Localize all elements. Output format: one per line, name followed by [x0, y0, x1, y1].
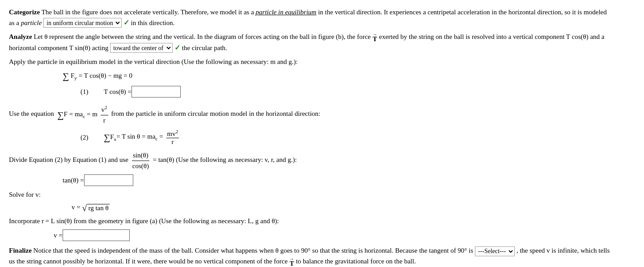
eq1-line: (1) T cos(θ) = [80, 86, 635, 97]
sigma-fx: ∑ [104, 132, 110, 143]
categorize-label: Categorize [9, 8, 40, 16]
finalize-text4: to balance the gravitational force on th… [296, 258, 416, 265]
eq2-rhs: = T sin θ = mac = mv2 r [116, 129, 180, 146]
categorize-text3: as a [9, 19, 19, 26]
fraction-mv2r: mv2 r [166, 129, 179, 146]
eq2-line: (2) ∑ Fx = T sin θ = mac = mv2 r [80, 129, 635, 146]
apply-text: Apply the particle in equilibrium model … [9, 57, 635, 67]
analyze-checkmark: ✓ [174, 44, 180, 51]
tan-input-box[interactable] [84, 174, 133, 186]
categorize-text4: in this direction. [131, 19, 175, 26]
v-final-line: v = [54, 229, 635, 241]
solve-text: Solve for v: [9, 191, 41, 198]
tan-line: tan(θ) = [63, 174, 635, 186]
categorize-italic2: particle [21, 19, 42, 26]
categorize-dropdown-wrapper: in uniform circular motion at rest in fr… [43, 18, 122, 28]
sin-num: sin(θ) [132, 150, 149, 161]
r-den: r [170, 138, 174, 146]
sqrt-symbol: √ [82, 203, 87, 212]
finalize-section: Finalize Notice that the speed is indepe… [9, 246, 635, 267]
mv2-num: mv2 [166, 129, 179, 138]
fy-equation-block: ∑ Fy = T cos(θ) − mg = 0 [63, 71, 635, 81]
divide-rhs: = tan(θ) (Use the following as necessary… [153, 157, 297, 164]
analyze-text1: Let θ represent the angle between the st… [34, 33, 371, 40]
use-equation-paragraph: Use the equation ∑F = mac = m v2 r from … [9, 104, 635, 125]
fraction-v2r: v2 r [101, 104, 108, 125]
use-equation-text1: Use the equation [9, 110, 54, 118]
categorize-italic1: particle in equilibrium [256, 8, 317, 16]
sqrt-content: rg tan θ [87, 204, 109, 212]
sub-c1: c [83, 114, 85, 119]
sqrt-wrapper: √ rg tan θ [82, 203, 109, 212]
v-eq-label: v = [72, 203, 82, 211]
eq1-input-box[interactable] [131, 86, 181, 97]
v-input-box[interactable] [63, 229, 130, 241]
finalize-text2: , the speed v is infinite, which tells [517, 247, 610, 254]
use-equation-text2: from the particle in uniform circular mo… [111, 110, 320, 118]
sup-2b: 2 [176, 129, 178, 134]
categorize-checkmark: ✓ [123, 19, 129, 26]
analyze-dropdown-wrapper: toward the center of away from center of… [110, 43, 173, 53]
analyze-paragraph: Analyze Let θ represent the angle betwee… [9, 32, 635, 53]
analyze-text3: horizontal component T sin(θ) acting [9, 44, 108, 51]
categorize-section: Categorize The ball in the figure does n… [9, 7, 635, 28]
eq2-Fx: Fx [110, 133, 116, 142]
analyze-text2: exerted by the string on the ball is res… [379, 33, 604, 40]
categorize-paragraph: Categorize The ball in the figure does n… [9, 7, 635, 28]
categorize-text2: in the vertical direction. It experience… [318, 8, 607, 16]
sub-y: y [74, 75, 77, 81]
analyze-text4: the circular path. [182, 44, 227, 51]
v-sqrt-block: v = √ rg tan θ [72, 203, 635, 212]
analyze-section: Analyze Let θ represent the angle betwee… [9, 32, 635, 53]
F-y: Fy [71, 72, 77, 79]
divide-paragraph: Divide Equation (2) by Equation (1) and … [9, 150, 635, 171]
finalize-text3: us the string cannot possibly be horizon… [9, 258, 288, 265]
incorporate-paragraph: Incorporate r = L sin(θ) from the geomet… [9, 216, 635, 226]
categorize-text1: The ball in the figure does not accelera… [42, 8, 254, 16]
finalize-text1: Notice that the speed is independent of … [34, 247, 474, 254]
sup-2: 2 [105, 105, 107, 110]
eq2-label: (2) [80, 134, 98, 141]
finalize-paragraph: Finalize Notice that the speed is indepe… [9, 246, 635, 267]
cos-den: cos(θ) [131, 161, 150, 171]
T-arrow2: → T [289, 257, 294, 267]
solve-paragraph: Solve for v: [9, 190, 635, 200]
categorize-dropdown[interactable]: in uniform circular motion at rest in fr… [43, 18, 122, 28]
analyze-dropdown[interactable]: toward the center of away from center of… [110, 43, 173, 53]
sincos-fraction: sin(θ) cos(θ) [131, 150, 150, 171]
sigma-fy: ∑ [63, 71, 69, 81]
divide-text: Divide Equation (2) by Equation (1) and … [9, 157, 128, 164]
finalize-dropdown[interactable]: ---Select--- infinity zero one undefined [475, 246, 515, 256]
finalize-label: Finalize [9, 247, 32, 254]
sigma-use: ∑ [57, 110, 64, 119]
tan-label: tan(θ) = [63, 177, 84, 184]
eq1-label: (1) [80, 88, 98, 96]
eq1-text: T cos(θ) = [104, 88, 131, 96]
fy-rhs: = T cos(θ) − mg = 0 [79, 72, 132, 79]
use-equation-formula: ∑F = mac = m v2 r [56, 110, 111, 118]
sub-c2: c [156, 136, 158, 142]
finalize-dropdown-wrapper: ---Select--- infinity zero one undefined [475, 246, 515, 256]
v-label: v = [54, 232, 63, 239]
analyze-label: Analyze [9, 33, 32, 40]
frac-den: r [102, 115, 106, 126]
frac-num: v2 [101, 104, 108, 115]
T-arrow: → T [373, 32, 377, 42]
